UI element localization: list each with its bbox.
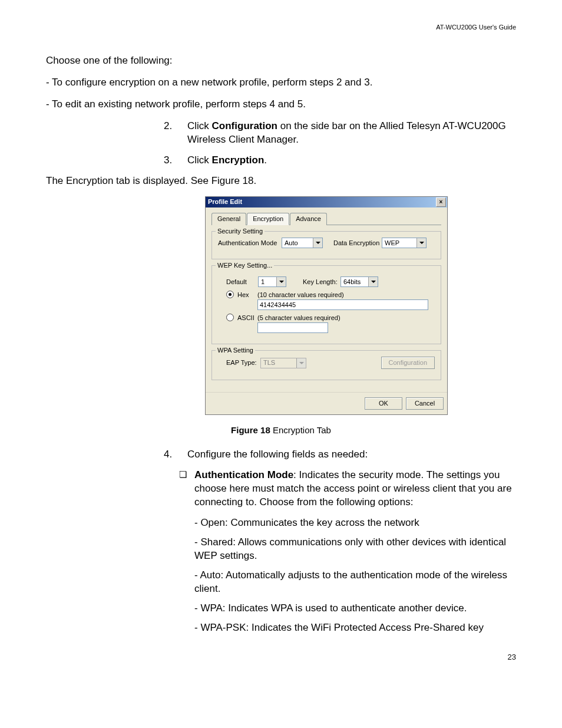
- figure-caption: Figure 18 Encryption Tab: [46, 424, 516, 436]
- intro-option-1: - To configure encryption on a new netwo…: [46, 76, 516, 90]
- auth-mode-select[interactable]: Auto: [282, 238, 323, 248]
- ascii-note: (5 character values required): [257, 314, 435, 322]
- bullet-icon: ❏: [179, 469, 194, 509]
- security-legend: Security Setting: [216, 227, 265, 236]
- option-wpapsk: - WPA-PSK: Indicates the WiFi Protected …: [194, 621, 516, 635]
- auth-mode-label: Authentication Mode: [218, 239, 282, 248]
- page-header: AT-WCU200G User's Guide: [46, 24, 516, 31]
- page-number: 23: [46, 653, 516, 661]
- chevron-down-icon: [313, 238, 322, 248]
- option-wpa: - WPA: Indicates WPA is used to authenti…: [194, 602, 516, 615]
- chevron-down-icon: [368, 277, 378, 286]
- hex-radio[interactable]: [226, 291, 234, 298]
- intro-text: Choose one of the following:: [46, 54, 516, 68]
- step-3-followup: The Encryption tab is displayed. See Fig…: [46, 174, 516, 188]
- wpa-configuration-button: Configuration: [381, 357, 435, 369]
- step-3-text: Click Encryption.: [187, 154, 516, 167]
- step-4-number: 4.: [164, 448, 187, 462]
- dialog-title: Profile Edit: [208, 197, 242, 206]
- step-3-number: 3.: [164, 154, 187, 167]
- chevron-down-icon: [276, 277, 286, 286]
- tab-bar: General Encryption Advance: [211, 212, 441, 226]
- hex-note: (10 character values required): [257, 291, 435, 299]
- cancel-button[interactable]: Cancel: [406, 397, 444, 410]
- auth-mode-bullet: Authentication Mode: Indicates the secur…: [194, 469, 516, 509]
- step-4-text: Configure the following fields as needed…: [187, 448, 516, 462]
- chevron-down-icon: [416, 238, 426, 248]
- step-2-text: Click Configuration on the side bar on t…: [187, 120, 516, 147]
- option-shared: - Shared: Allows communications only wit…: [194, 536, 516, 563]
- intro-option-2: - To edit an existing network profile, p…: [46, 98, 516, 111]
- profile-edit-dialog: Profile Edit × General Encryption Advanc…: [205, 196, 448, 416]
- option-auto: - Auto: Automatically adjusts to the aut…: [194, 569, 516, 596]
- wep-keylength-select[interactable]: 64bits: [340, 276, 378, 287]
- hex-label: Hex: [237, 291, 257, 299]
- chevron-down-icon: [296, 358, 306, 368]
- tab-advance[interactable]: Advance: [290, 213, 327, 226]
- wep-keylength-label: Key Length:: [303, 278, 340, 286]
- ascii-label: ASCII: [237, 314, 257, 322]
- eap-type-select: TLS: [260, 358, 306, 368]
- wpa-legend: WPA Setting: [216, 346, 255, 355]
- tab-general[interactable]: General: [211, 213, 246, 226]
- wep-default-select[interactable]: 1: [258, 276, 286, 287]
- data-encryption-label: Data Encryption: [333, 239, 382, 248]
- wpa-setting-group: WPA Setting EAP Type: TLS Configuration: [211, 350, 441, 380]
- ascii-radio[interactable]: [226, 314, 234, 321]
- ok-button[interactable]: OK: [365, 397, 402, 410]
- close-icon[interactable]: ×: [436, 197, 446, 207]
- option-open: - Open: Communicates the key across the …: [194, 516, 516, 530]
- wep-legend: WEP Key Setting...: [216, 261, 274, 270]
- wep-key-setting-group: WEP Key Setting... Default 1 Key Length:…: [211, 265, 441, 344]
- wep-default-label: Default: [226, 278, 258, 286]
- dialog-titlebar: Profile Edit ×: [206, 197, 447, 207]
- step-2-number: 2.: [164, 120, 187, 147]
- eap-type-label: EAP Type:: [226, 358, 260, 367]
- ascii-input[interactable]: [257, 322, 328, 333]
- hex-input[interactable]: [257, 299, 428, 310]
- tab-encryption[interactable]: Encryption: [247, 213, 289, 226]
- security-setting-group: Security Setting Authentication Mode Aut…: [211, 231, 441, 259]
- data-encryption-select[interactable]: WEP: [382, 238, 427, 248]
